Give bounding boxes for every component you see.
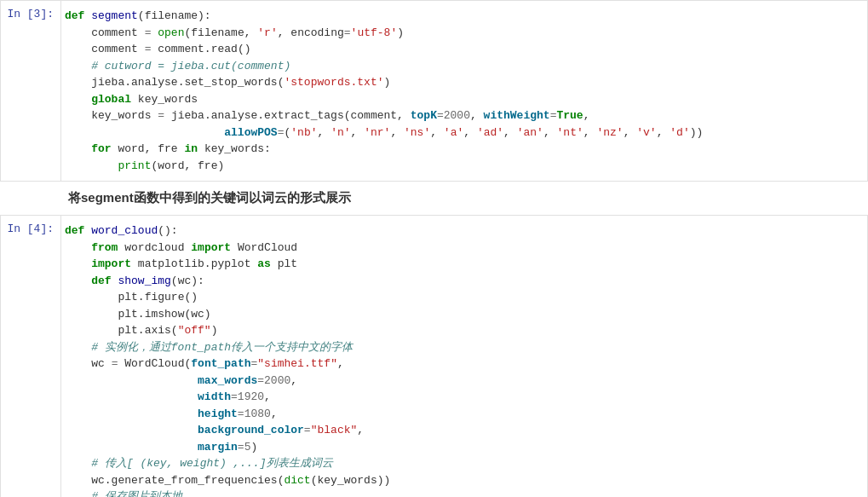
cell-code-3[interactable]: def segment(filename): comment = open(fi…	[60, 1, 867, 181]
notebook: In [3]: def segment(filename): comment =…	[0, 0, 868, 497]
cell-label-4: In [4]:	[1, 216, 60, 242]
code-cell-3: In [3]: def segment(filename): comment =…	[0, 0, 868, 182]
cell-code-4[interactable]: def word_cloud(): from wordcloud import …	[60, 216, 867, 497]
cell-label-3: In [3]:	[1, 1, 60, 27]
code-cell-4: In [4]: def word_cloud(): from wordcloud…	[0, 215, 868, 497]
markdown-text-1: 将segment函数中得到的关键词以词云的形式展示	[68, 190, 351, 206]
markdown-cell-1: 将segment函数中得到的关键词以词云的形式展示	[0, 182, 868, 215]
